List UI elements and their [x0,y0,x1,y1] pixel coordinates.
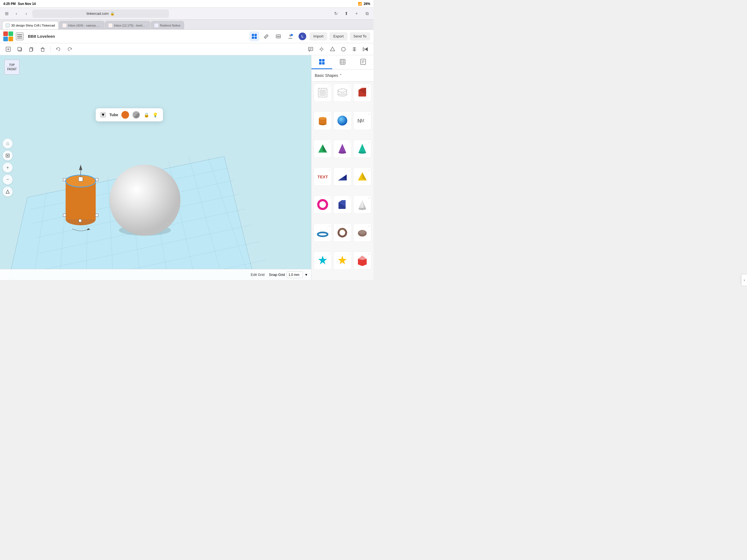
svg-rect-66 [96,214,98,217]
fav-sphere-blue[interactable]: ☆ [348,113,351,116]
shape-cylinder-hole[interactable]: ☆ [333,84,351,102]
fav-cone-silver[interactable]: ☆ [368,197,370,200]
panel-tab-blueprint[interactable] [332,55,353,69]
fav-text-3d[interactable]: ☆ [368,113,370,116]
fav-torus-brown[interactable]: ☆ [348,225,351,228]
fav-box-hole[interactable]: ☆ [328,85,331,88]
tab-tinkercad[interactable]: 3D design Shiny Crift | Tinkercad [2,21,58,29]
svg-point-125 [359,230,366,234]
shape-box-navy[interactable]: ☆ [333,196,351,213]
svg-point-96 [338,93,347,97]
shape-sphere-blue[interactable]: ☆ [333,111,351,130]
fav-wedge-blue[interactable]: ☆ [348,169,351,172]
shape-gem-red[interactable]: ☆ [353,252,371,270]
sphere-object[interactable] [109,164,180,236]
shape-pyramid-green[interactable]: ☆ [314,140,332,158]
import-button[interactable]: Import [310,32,327,41]
panel-tab-notes[interactable] [353,55,374,69]
fav-box-navy[interactable]: ☆ [348,197,351,200]
grid-view-button[interactable] [249,31,259,41]
tube-title: Tube [109,113,118,117]
shape-pyramid-yellow[interactable]: ☆ [353,168,371,186]
panel-tab-grid[interactable] [311,55,332,69]
color-swatch-orange[interactable] [121,111,129,119]
shape-box-red[interactable]: ☆ [353,84,371,102]
forward-button[interactable]: › [22,10,30,18]
fav-cone-teal[interactable]: ☆ [368,141,370,144]
redo-button[interactable] [65,44,75,54]
shape-cylinder-orange[interactable]: ☆ [314,111,332,130]
build-mode-button[interactable] [261,31,271,41]
fav-box-red[interactable]: ☆ [368,85,370,88]
tab-gmail2[interactable]: Inbox (12,175) - loveleen.relwani@gmail.… [105,21,150,29]
fav-pyramid-yellow[interactable]: ☆ [368,169,370,172]
address-bar[interactable]: tinkercad.com 🔒 [32,9,169,18]
shape-cone-teal[interactable]: ☆ [353,140,371,158]
shape-cone-purple[interactable]: ☆ [333,140,351,158]
snap-grid-label: Snap Grid [269,273,285,277]
shapes-category-dropdown[interactable]: Basic Shapes ⌃ [315,73,342,78]
back-button[interactable]: ‹ [12,10,20,18]
shape-star-teal[interactable]: ☆ [314,252,332,270]
fav-star-yellow[interactable]: ☆ [348,253,351,256]
profile-button[interactable]: L [298,31,307,41]
flip-button[interactable] [360,44,370,54]
tube-object[interactable] [63,164,98,231]
align-button[interactable] [350,44,359,54]
shape-box-hole[interactable]: ☆ [314,84,332,102]
shape-wedge-blue[interactable]: ☆ [333,168,351,186]
delete-button[interactable] [38,44,48,54]
fav-star-teal[interactable]: ☆ [328,253,331,256]
fav-pyramid-green[interactable]: ☆ [328,141,331,144]
copy-button[interactable] [26,44,36,54]
shape-ring[interactable]: ☆ [314,223,332,241]
fav-gem-red[interactable]: ☆ [368,253,370,256]
fav-blob-brown[interactable]: ☆ [368,225,370,228]
shape-text-red[interactable]: ☆ TEXT [314,168,332,186]
menu-button[interactable] [16,32,24,40]
user-button[interactable]: + [285,31,295,41]
svg-rect-4 [255,34,257,36]
lock-shape-icon[interactable]: 🔒 [143,111,150,118]
fav-cylinder-orange[interactable]: ☆ [328,113,331,116]
visibility-icon[interactable]: 💡 [152,111,159,118]
tab-favicon-gmail2 [108,24,112,27]
shape-blob-brown[interactable]: ☆ [353,223,371,241]
logo-n [3,36,8,41]
undo-button[interactable] [53,44,63,54]
share-button[interactable]: ⬆ [342,10,350,18]
tab-gmail1[interactable]: Inbox (424) - vaanya.11590@isboman.com [59,21,104,29]
reload-button[interactable]: ↻ [332,10,340,18]
fav-cylinder-hole[interactable]: ☆ [348,85,351,88]
layers-button[interactable] [274,31,283,41]
tube-dropdown[interactable]: ▼ [100,112,106,118]
fav-cone-purple[interactable]: ☆ [348,141,351,144]
snap-grid-unit-toggle[interactable]: ▼ [305,273,308,277]
tabs-button[interactable]: ⧉ [363,10,371,18]
edit-grid-button[interactable]: Edit Grid [251,273,265,277]
duplicate-button[interactable] [15,44,25,54]
snap-grid-input[interactable] [287,272,303,278]
shape-text-3d[interactable]: ☆ N M [353,111,371,130]
fav-text-red[interactable]: ☆ [328,169,331,172]
viewport[interactable]: ▼ Tube 🔒 💡 TOP FRONT ⌂ [0,55,311,280]
sidebar-toggle-button[interactable]: ⊞ [3,10,10,18]
circle-tool-button[interactable] [338,44,349,54]
workplane-canvas: Workplane [0,55,311,280]
new-tab-button[interactable]: ＋ [353,10,360,18]
fav-ring[interactable]: ☆ [328,225,331,228]
shape-tool-button[interactable] [328,44,337,54]
fav-torus-pink[interactable]: ☆ [328,197,331,200]
shape-torus-brown[interactable]: ☆ [333,223,351,241]
shape-torus-pink[interactable]: ☆ [314,196,332,213]
tab-redirect[interactable]: Redirect Notice [151,21,184,29]
export-button[interactable]: Export [330,32,347,41]
new-shape-button[interactable] [3,44,13,54]
comment-button[interactable] [306,44,315,54]
shape-cone-silver[interactable]: ☆ [353,196,371,213]
shape-star-yellow[interactable]: ☆ [333,252,351,270]
color-swatch-gray[interactable] [132,111,140,119]
svg-text:TEXT: TEXT [317,175,328,179]
send-to-button[interactable]: Send To [350,32,370,41]
light-button[interactable] [317,44,327,54]
